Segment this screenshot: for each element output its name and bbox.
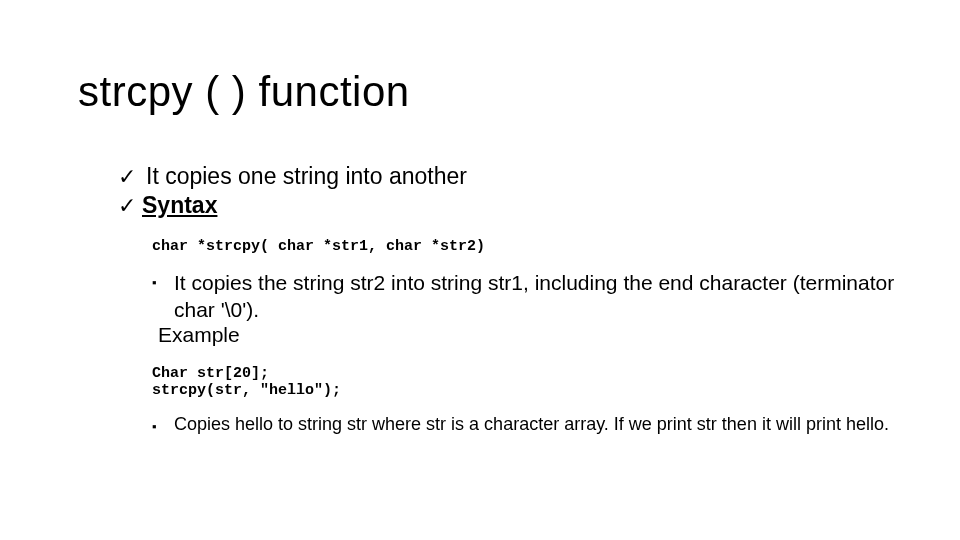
check-icon: ✓ bbox=[118, 163, 140, 191]
square-icon: ▪ bbox=[152, 419, 166, 436]
sub-block-2: ▪ Copies hello to string str where str i… bbox=[152, 413, 898, 436]
square-icon: ▪ bbox=[152, 275, 166, 292]
slide-content: ✓ It copies one string into another ✓ Sy… bbox=[118, 162, 898, 436]
bullet-item-1: ✓ It copies one string into another bbox=[118, 162, 898, 191]
bullet-2-text: Syntax bbox=[142, 191, 217, 220]
example-code: Char str[20]; strcpy(str, "hello"); bbox=[152, 365, 898, 399]
bullet-1-text: It copies one string into another bbox=[146, 162, 467, 191]
slide-title: strcpy ( ) function bbox=[78, 68, 410, 116]
sub-bullet-1-text: It copies the string str2 into string st… bbox=[174, 269, 898, 324]
slide: strcpy ( ) function ✓ It copies one stri… bbox=[0, 0, 960, 540]
example-label: Example bbox=[158, 323, 898, 347]
sub-bullet-2-text: Copies hello to string str where str is … bbox=[174, 413, 898, 436]
sub-bullet-2: ▪ Copies hello to string str where str i… bbox=[152, 413, 898, 436]
sub-block-1: ▪ It copies the string str2 into string … bbox=[152, 269, 898, 348]
check-icon: ✓ bbox=[118, 192, 140, 220]
sub-bullet-1: ▪ It copies the string str2 into string … bbox=[152, 269, 898, 324]
bullet-item-2: ✓ Syntax bbox=[118, 191, 898, 220]
syntax-code: char *strcpy( char *str1, char *str2) bbox=[152, 238, 898, 255]
